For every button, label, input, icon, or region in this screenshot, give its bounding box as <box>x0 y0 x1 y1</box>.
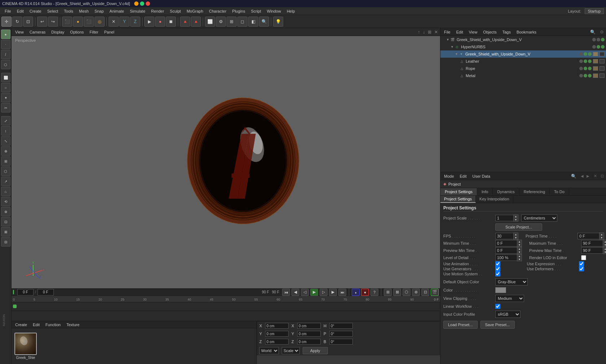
sidebar-select-4[interactable]: ✂ <box>1 103 10 112</box>
vp-icon-2[interactable]: ↓ <box>423 30 425 35</box>
attr-lod-down[interactable]: ▼ <box>517 258 522 261</box>
transport-prev-key[interactable]: ◁ <box>301 289 309 296</box>
material-item-1[interactable]: Greek_Shie <box>14 333 37 360</box>
tl-key-btn[interactable]: ⬡ <box>403 289 410 296</box>
transport-start[interactable]: ⏮ <box>282 289 290 296</box>
menu-help[interactable]: Help <box>284 8 298 14</box>
tl-record-btn[interactable]: ● <box>361 289 369 296</box>
coord-b-input[interactable] <box>329 339 353 345</box>
sidebar-select-2[interactable]: ○ <box>1 83 10 92</box>
view-mode-5[interactable]: ◧ <box>248 17 258 27</box>
sidebar-tool-8[interactable]: ⌂ <box>1 187 10 196</box>
mat-menu-texture[interactable]: Texture <box>65 322 81 328</box>
sidebar-tool-1[interactable]: ⤢ <box>1 116 10 125</box>
transport-end[interactable]: ⏭ <box>338 289 346 296</box>
sidebar-tool-3[interactable]: ⤡ <box>1 136 10 146</box>
layout-selector[interactable]: Startup <box>585 8 604 14</box>
attr-lod-up[interactable]: ▲ <box>517 254 522 258</box>
attr-input-color-select[interactable]: sRGB Linear <box>495 311 521 318</box>
attr-view-clip-select[interactable]: Medium Small Large <box>495 295 524 302</box>
obj-vis-1[interactable] <box>592 38 596 41</box>
anim-btn-2[interactable]: ● <box>155 17 165 27</box>
attr-search-icon[interactable]: 🔍 <box>571 174 576 179</box>
tl-snap-btn[interactable]: ⊠ <box>393 289 401 296</box>
attr-def-color-select[interactable]: Gray-Blue Red Blue <box>495 278 528 285</box>
obj-expand-hypernurbs[interactable]: ▼ <box>451 45 454 49</box>
sidebar-tool-11[interactable]: ⊡ <box>1 217 10 226</box>
coord-y-input[interactable] <box>265 331 289 337</box>
coord-x-input[interactable] <box>265 323 289 329</box>
sidebar-tool-13[interactable]: ⊟ <box>1 237 10 247</box>
attr-tab-info[interactable]: Info <box>477 188 493 195</box>
attr-lod-input[interactable] <box>495 254 517 261</box>
sidebar-poly-mode[interactable]: ⬡ <box>1 60 10 69</box>
attr-use-motion-check[interactable] <box>495 271 500 276</box>
light-btn[interactable]: 💡 <box>273 17 283 27</box>
viewport-canvas[interactable]: Perspective <box>12 36 440 288</box>
attr-load-preset-btn[interactable]: Load Preset... <box>443 321 478 329</box>
obj-tool-2[interactable]: Y <box>119 17 129 27</box>
obj-vis-hn-2[interactable] <box>597 45 600 49</box>
objmgr-menu-edit[interactable]: Edit <box>455 29 465 35</box>
vp-menu-cameras[interactable]: Cameras <box>28 29 47 35</box>
attr-color-swatch[interactable] <box>495 287 506 293</box>
current-frame-input[interactable] <box>17 289 34 296</box>
attr-menu-userdata[interactable]: User Data <box>471 173 492 179</box>
obj-vis-l-2[interactable] <box>584 59 587 63</box>
obj-expand-root[interactable]: ▼ <box>446 38 449 41</box>
obj-vis-m-2[interactable] <box>584 74 587 77</box>
obj-vis-l-1[interactable] <box>579 59 583 63</box>
menu-render[interactable]: Render <box>149 8 167 14</box>
menu-snap[interactable]: Snap <box>92 8 106 14</box>
vp-icon-3[interactable]: ⊞ <box>428 30 431 35</box>
obj-vis-g-3[interactable] <box>588 52 592 56</box>
menu-character[interactable]: Character <box>206 8 229 14</box>
tl-lock-btn[interactable]: ⊞ <box>384 289 392 296</box>
attr-fps-input[interactable] <box>495 233 513 239</box>
menu-mograph[interactable]: MoGraph <box>184 8 206 14</box>
attr-pt-up[interactable]: ▲ <box>600 233 604 236</box>
attr-tab-referencing[interactable]: Referencing <box>519 188 550 195</box>
menu-edit[interactable]: Edit <box>14 8 26 14</box>
obj-vis-m-3[interactable] <box>588 74 592 77</box>
obj-vis-r-1[interactable] <box>579 67 583 70</box>
render-btn-2[interactable]: 🔺 <box>191 17 201 27</box>
objmgr-menu-view[interactable]: View <box>467 29 479 35</box>
sidebar-tool-12[interactable]: ⊠ <box>1 227 10 236</box>
close-btn[interactable] <box>146 1 150 6</box>
menu-create[interactable]: Create <box>27 8 44 14</box>
obj-vis-3[interactable] <box>601 38 605 41</box>
attr-maxt-down[interactable]: ▼ <box>603 243 606 247</box>
attr-scale-project-btn[interactable]: Scale Project... <box>495 223 542 231</box>
sidebar-tool-5[interactable]: ⊞ <box>1 156 10 166</box>
obj-row-metal[interactable]: △ Metal <box>440 72 606 79</box>
sidebar-tool-9[interactable]: ⟲ <box>1 197 10 206</box>
obj-row-rope[interactable]: △ Rope <box>440 65 606 72</box>
attr-scale-spin-down[interactable]: ▼ <box>514 218 518 221</box>
attr-subtab-project-settings[interactable]: Project Settings <box>440 196 476 203</box>
mat-menu-create[interactable]: Create <box>14 322 28 328</box>
tl-film-btn[interactable]: 🎬 <box>431 289 439 296</box>
attr-prevmin-down[interactable]: ▼ <box>517 250 522 254</box>
menu-mesh[interactable]: Mesh <box>76 8 91 14</box>
maximize-btn[interactable] <box>140 1 144 6</box>
attr-maxt-up[interactable]: ▲ <box>603 240 606 243</box>
attr-menu-edit[interactable]: Edit <box>458 173 468 179</box>
cylinder-btn[interactable]: ⬛ <box>84 17 94 27</box>
vp-icon-1[interactable]: ↑ <box>418 30 420 35</box>
coord-scale-select[interactable]: Scale <box>282 347 300 354</box>
attr-use-gen-check[interactable] <box>495 266 500 271</box>
attr-mint-up[interactable]: ▲ <box>517 240 522 243</box>
attr-subtab-key-interpolation[interactable]: Key Interpolation <box>476 196 513 203</box>
obj-tool-1[interactable]: ✕ <box>109 17 119 27</box>
obj-row-shield-group[interactable]: ▼ ▼ Greek_Shield_with_Upside_Down_V <box>440 50 606 58</box>
coord-p-input[interactable] <box>329 331 353 337</box>
vp-menu-panel[interactable]: Panel <box>103 29 116 35</box>
objmgr-menu-file[interactable]: File <box>443 29 452 35</box>
view-mode-1[interactable]: ⬜ <box>205 17 215 27</box>
attr-fps-up[interactable]: ▲ <box>514 233 518 236</box>
attr-scale-spin-up[interactable]: ▲ <box>514 215 518 218</box>
obj-vis-r-2[interactable] <box>584 67 587 70</box>
menu-select[interactable]: Select <box>45 8 61 14</box>
vp-icon-4[interactable]: ✕ <box>434 30 438 35</box>
